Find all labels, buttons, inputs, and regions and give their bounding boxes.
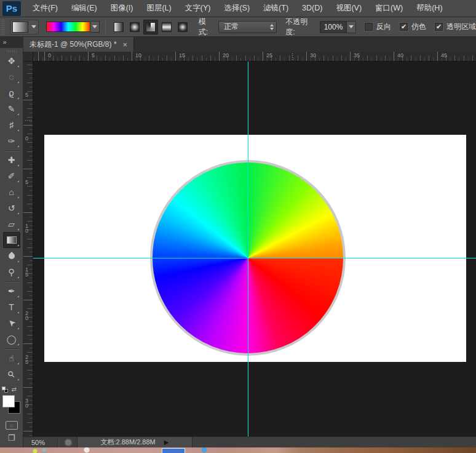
- quick-selection-tool[interactable]: ✎: [3, 101, 20, 117]
- menu-item-1[interactable]: 编辑(E): [65, 0, 104, 17]
- dither-checkbox[interactable]: ✔ 仿色: [400, 22, 426, 32]
- radial-gradient-icon: [130, 22, 140, 32]
- path-selection-tool-icon: ➤: [6, 317, 18, 329]
- clone-stamp-tool[interactable]: ⌂: [3, 184, 20, 200]
- menu-item-4[interactable]: 文字(Y): [178, 0, 218, 17]
- type-tool[interactable]: T: [3, 299, 20, 315]
- default-colors-icon[interactable]: [2, 387, 8, 393]
- ruler-label: 0: [25, 136, 28, 141]
- panel-gripper[interactable]: [7, 50, 17, 52]
- gradient-picker-dropdown[interactable]: [90, 21, 100, 33]
- brush-tool[interactable]: ✐: [3, 168, 20, 184]
- double-chevron-icon: »: [3, 38, 7, 46]
- linear-gradient-icon: [114, 22, 124, 32]
- canvas-area[interactable]: [33, 62, 476, 436]
- angle-gradient-button[interactable]: [143, 20, 158, 34]
- ruler-label: 25: [266, 52, 272, 58]
- opacity-input[interactable]: 100%: [320, 21, 347, 33]
- menu-item-2[interactable]: 图像(I): [104, 0, 140, 17]
- ruler-label: 2 0: [25, 311, 28, 321]
- tool-preset-picker[interactable]: [10, 20, 39, 34]
- document-tab-title: 未标题-1 @ 50%(RGB/8) *: [30, 39, 117, 50]
- document-info[interactable]: 文档:2.88M/2.88M ▶: [77, 437, 192, 448]
- healing-brush-tool[interactable]: ✚: [3, 152, 20, 168]
- crop-tool[interactable]: ♯: [3, 117, 20, 133]
- menu-item-5[interactable]: 选择(S): [217, 0, 256, 17]
- windows-taskbar-edge[interactable]: [0, 447, 476, 453]
- tool-group-separator: [4, 150, 19, 151]
- reverse-label: 反向: [376, 22, 391, 32]
- zoom-tool[interactable]: ⚲: [3, 366, 20, 382]
- menu-item-7[interactable]: 3D(D): [295, 0, 329, 17]
- menu-item-0[interactable]: 文件(F): [26, 0, 65, 17]
- path-selection-tool[interactable]: ➤: [3, 315, 20, 331]
- vertical-guide[interactable]: [248, 62, 248, 436]
- menu-item-9[interactable]: 窗口(W): [368, 0, 410, 17]
- ruler-origin-corner[interactable]: [23, 52, 33, 62]
- ruler-label: 35: [354, 52, 360, 58]
- color-chips: [2, 395, 21, 415]
- vertical-ruler[interactable]: 5051 01 52 02 53 0: [23, 62, 33, 436]
- radial-gradient-button[interactable]: [127, 20, 142, 34]
- type-tool-icon: T: [9, 302, 14, 312]
- menu-item-10[interactable]: 帮助(H): [410, 0, 449, 17]
- tool-group-separator: [4, 348, 19, 349]
- zoom-level-field[interactable]: 50%: [23, 439, 58, 446]
- linear-gradient-button[interactable]: [111, 20, 126, 34]
- reverse-checkbox[interactable]: ✔ 反向: [365, 22, 391, 32]
- diamond-gradient-button[interactable]: [175, 20, 190, 34]
- screen-mode-button[interactable]: ❐: [8, 433, 15, 443]
- menu-item-3[interactable]: 图层(L): [140, 0, 178, 17]
- marquee-tool[interactable]: ◌: [3, 69, 20, 85]
- ruler-label: 1 5: [25, 267, 28, 277]
- checkbox-icon: ✔: [365, 23, 373, 31]
- horizontal-ruler[interactable]: 051015202530354045: [33, 52, 476, 62]
- move-tool[interactable]: ✥: [3, 53, 20, 69]
- ruler-label: 5: [92, 52, 95, 58]
- horizontal-guide[interactable]: [33, 258, 476, 259]
- ruler-label: 45: [441, 52, 447, 58]
- transparency-checkbox[interactable]: ✔ 透明区域: [435, 22, 476, 32]
- history-brush-tool[interactable]: ↺: [3, 200, 20, 216]
- ruler-label: 2 5: [25, 355, 28, 364]
- menu-item-8[interactable]: 视图(V): [329, 0, 368, 17]
- swap-colors-icon[interactable]: ⇄: [12, 386, 17, 393]
- opacity-dropdown[interactable]: [347, 21, 356, 33]
- sync-status-icon: [65, 439, 72, 446]
- options-bar-gripper[interactable]: [1, 19, 5, 35]
- dodge-tool[interactable]: ⚲: [3, 264, 20, 280]
- marquee-tool-icon: ◌: [9, 72, 14, 82]
- separator: [105, 20, 106, 34]
- pen-tool[interactable]: ✒: [3, 283, 20, 299]
- ellipse-tool[interactable]: ◯: [3, 331, 20, 347]
- menu-item-6[interactable]: 滤镜(T): [256, 0, 295, 17]
- blend-mode-select[interactable]: 正常: [218, 21, 277, 33]
- document-size-text: 文档:2.88M/2.88M: [101, 438, 156, 447]
- cursor-position-marker: [292, 54, 293, 62]
- ruler-label: 5: [25, 92, 28, 97]
- foreground-color-chip[interactable]: [2, 395, 15, 407]
- quick-mask-button[interactable]: ◌: [6, 421, 18, 430]
- gradient-tool[interactable]: [3, 232, 20, 248]
- tool-list: ✥◌ϱ✎♯✑✚✐⌂↺▱⚲✒T➤◯☝⚲: [3, 53, 20, 382]
- document-tab[interactable]: 未标题-1 @ 50%(RGB/8) * ×: [23, 37, 134, 52]
- close-icon[interactable]: ×: [123, 41, 128, 49]
- cursor-position-marker: [25, 120, 33, 121]
- lasso-tool[interactable]: ϱ: [3, 85, 20, 101]
- eraser-tool[interactable]: ▱: [3, 216, 20, 232]
- gradient-preview-bar[interactable]: [46, 22, 90, 32]
- transparency-label: 透明区域: [446, 22, 476, 32]
- lasso-tool-icon: ϱ: [9, 88, 14, 98]
- panel-collapse-button[interactable]: »: [0, 37, 23, 48]
- expand-arrow-icon[interactable]: ▶: [164, 439, 169, 446]
- ruler-label: 10: [135, 52, 141, 58]
- gradient-swatch-icon: [7, 236, 17, 244]
- reflected-gradient-button[interactable]: [159, 20, 174, 34]
- ruler-label: 40: [397, 52, 403, 58]
- ruler-label: 15: [179, 52, 185, 58]
- hand-tool[interactable]: ☝: [3, 350, 20, 366]
- document-workspace: 051015202530354045 5051 01 52 02 53 0: [23, 52, 476, 436]
- eyedropper-tool[interactable]: ✑: [3, 133, 20, 149]
- blur-tool[interactable]: [3, 248, 20, 264]
- spinner-arrows-icon: [270, 24, 274, 30]
